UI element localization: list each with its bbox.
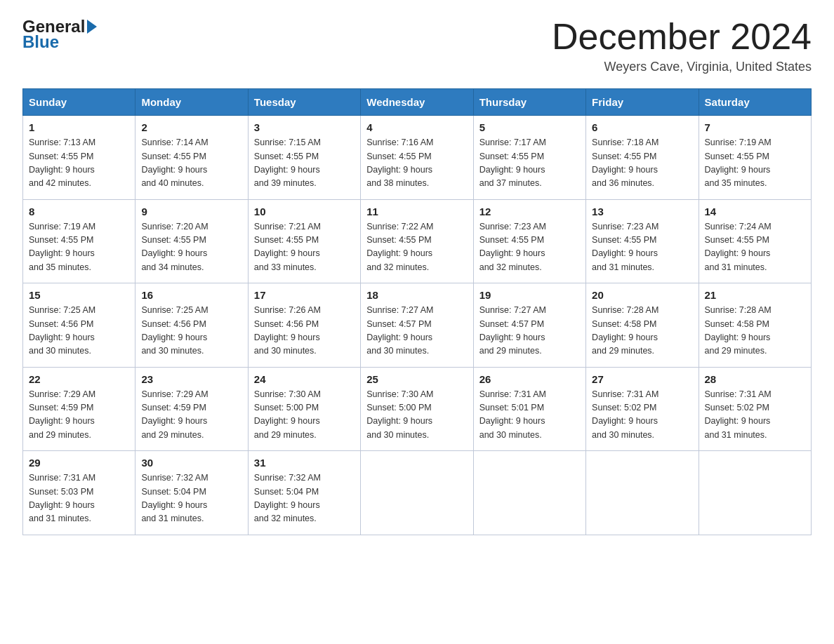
calendar-cell: 29Sunrise: 7:31 AMSunset: 5:03 PMDayligh…	[23, 451, 135, 535]
day-number: 1	[29, 121, 129, 133]
day-info: Sunrise: 7:15 AMSunset: 4:55 PMDaylight:…	[254, 136, 355, 191]
day-number: 23	[141, 373, 241, 385]
day-number: 17	[254, 289, 355, 301]
calendar-cell: 21Sunrise: 7:28 AMSunset: 4:58 PMDayligh…	[699, 283, 811, 368]
day-number: 31	[254, 457, 355, 469]
day-info: Sunrise: 7:31 AMSunset: 5:02 PMDaylight:…	[592, 388, 692, 443]
weekday-header-tuesday: Tuesday	[248, 89, 360, 116]
day-number: 16	[141, 289, 241, 301]
day-number: 29	[29, 457, 129, 469]
calendar-table: SundayMondayTuesdayWednesdayThursdayFrid…	[22, 88, 812, 535]
calendar-cell: 6Sunrise: 7:18 AMSunset: 4:55 PMDaylight…	[586, 116, 699, 200]
day-info: Sunrise: 7:13 AMSunset: 4:55 PMDaylight:…	[29, 136, 129, 191]
day-number: 5	[479, 121, 580, 133]
day-info: Sunrise: 7:30 AMSunset: 5:00 PMDaylight:…	[254, 388, 355, 443]
day-number: 27	[592, 373, 692, 385]
day-number: 14	[705, 206, 805, 217]
day-info: Sunrise: 7:32 AMSunset: 5:04 PMDaylight:…	[141, 471, 241, 526]
weekday-header-saturday: Saturday	[699, 89, 811, 116]
day-info: Sunrise: 7:18 AMSunset: 4:55 PMDaylight:…	[592, 136, 692, 191]
calendar-cell: 25Sunrise: 7:30 AMSunset: 5:00 PMDayligh…	[361, 367, 473, 451]
day-number: 18	[366, 289, 467, 301]
calendar-cell: 1Sunrise: 7:13 AMSunset: 4:55 PMDaylight…	[23, 116, 135, 200]
calendar-cell: 3Sunrise: 7:15 AMSunset: 4:55 PMDaylight…	[248, 116, 360, 200]
logo-triangle-icon	[87, 20, 97, 34]
day-info: Sunrise: 7:27 AMSunset: 4:57 PMDaylight:…	[479, 304, 580, 358]
day-number: 11	[366, 206, 467, 217]
day-number: 25	[366, 373, 467, 385]
day-info: Sunrise: 7:29 AMSunset: 4:59 PMDaylight:…	[29, 388, 129, 443]
day-number: 28	[705, 373, 805, 385]
day-number: 13	[592, 206, 692, 217]
day-info: Sunrise: 7:31 AMSunset: 5:01 PMDaylight:…	[479, 388, 580, 443]
week-row-1: 1Sunrise: 7:13 AMSunset: 4:55 PMDaylight…	[23, 116, 812, 200]
calendar-cell: 18Sunrise: 7:27 AMSunset: 4:57 PMDayligh…	[361, 283, 473, 368]
calendar-cell	[473, 451, 585, 535]
calendar-cell: 30Sunrise: 7:32 AMSunset: 5:04 PMDayligh…	[135, 451, 248, 535]
calendar-cell: 8Sunrise: 7:19 AMSunset: 4:55 PMDaylight…	[23, 199, 135, 283]
logo-blue-text: Blue	[22, 32, 97, 52]
week-row-2: 8Sunrise: 7:19 AMSunset: 4:55 PMDaylight…	[23, 199, 812, 283]
day-info: Sunrise: 7:25 AMSunset: 4:56 PMDaylight:…	[141, 304, 241, 358]
calendar-cell: 24Sunrise: 7:30 AMSunset: 5:00 PMDayligh…	[248, 367, 360, 451]
title-area: December 2024 Weyers Cave, Virginia, Uni…	[552, 17, 812, 74]
calendar-cell: 23Sunrise: 7:29 AMSunset: 4:59 PMDayligh…	[135, 367, 248, 451]
day-number: 21	[705, 289, 805, 301]
calendar-cell: 31Sunrise: 7:32 AMSunset: 5:04 PMDayligh…	[248, 451, 360, 535]
calendar-title: December 2024	[552, 17, 812, 57]
day-info: Sunrise: 7:25 AMSunset: 4:56 PMDaylight:…	[29, 304, 129, 358]
day-number: 9	[141, 206, 241, 217]
calendar-cell: 5Sunrise: 7:17 AMSunset: 4:55 PMDaylight…	[473, 116, 585, 200]
calendar-cell: 12Sunrise: 7:23 AMSunset: 4:55 PMDayligh…	[473, 199, 585, 283]
day-info: Sunrise: 7:31 AMSunset: 5:03 PMDaylight:…	[29, 471, 129, 526]
day-info: Sunrise: 7:30 AMSunset: 5:00 PMDaylight:…	[366, 388, 467, 443]
calendar-cell: 17Sunrise: 7:26 AMSunset: 4:56 PMDayligh…	[248, 283, 360, 368]
week-row-5: 29Sunrise: 7:31 AMSunset: 5:03 PMDayligh…	[23, 451, 812, 535]
day-number: 24	[254, 373, 355, 385]
weekday-header-row: SundayMondayTuesdayWednesdayThursdayFrid…	[23, 89, 812, 116]
day-number: 22	[29, 373, 129, 385]
day-info: Sunrise: 7:19 AMSunset: 4:55 PMDaylight:…	[705, 136, 805, 191]
page-header: General Blue December 2024 Weyers Cave, …	[22, 17, 812, 74]
day-info: Sunrise: 7:17 AMSunset: 4:55 PMDaylight:…	[479, 136, 580, 191]
day-info: Sunrise: 7:21 AMSunset: 4:55 PMDaylight:…	[254, 220, 355, 275]
calendar-cell: 20Sunrise: 7:28 AMSunset: 4:58 PMDayligh…	[586, 283, 699, 368]
weekday-header-sunday: Sunday	[23, 89, 135, 116]
week-row-4: 22Sunrise: 7:29 AMSunset: 4:59 PMDayligh…	[23, 367, 812, 451]
calendar-cell: 27Sunrise: 7:31 AMSunset: 5:02 PMDayligh…	[586, 367, 699, 451]
calendar-cell	[586, 451, 699, 535]
day-number: 26	[479, 373, 580, 385]
weekday-header-friday: Friday	[586, 89, 699, 116]
calendar-cell: 4Sunrise: 7:16 AMSunset: 4:55 PMDaylight…	[361, 116, 473, 200]
calendar-cell: 15Sunrise: 7:25 AMSunset: 4:56 PMDayligh…	[23, 283, 135, 368]
logo: General Blue	[22, 17, 97, 52]
calendar-cell: 22Sunrise: 7:29 AMSunset: 4:59 PMDayligh…	[23, 367, 135, 451]
calendar-cell	[361, 451, 473, 535]
day-info: Sunrise: 7:22 AMSunset: 4:55 PMDaylight:…	[366, 220, 467, 275]
day-number: 8	[29, 206, 129, 217]
calendar-cell: 26Sunrise: 7:31 AMSunset: 5:01 PMDayligh…	[473, 367, 585, 451]
calendar-cell: 19Sunrise: 7:27 AMSunset: 4:57 PMDayligh…	[473, 283, 585, 368]
calendar-cell: 14Sunrise: 7:24 AMSunset: 4:55 PMDayligh…	[699, 199, 811, 283]
day-info: Sunrise: 7:20 AMSunset: 4:55 PMDaylight:…	[141, 220, 241, 275]
day-number: 20	[592, 289, 692, 301]
calendar-subtitle: Weyers Cave, Virginia, United States	[552, 60, 812, 74]
day-number: 6	[592, 121, 692, 133]
calendar-cell: 7Sunrise: 7:19 AMSunset: 4:55 PMDaylight…	[699, 116, 811, 200]
day-info: Sunrise: 7:23 AMSunset: 4:55 PMDaylight:…	[479, 220, 580, 275]
calendar-cell: 2Sunrise: 7:14 AMSunset: 4:55 PMDaylight…	[135, 116, 248, 200]
calendar-cell: 9Sunrise: 7:20 AMSunset: 4:55 PMDaylight…	[135, 199, 248, 283]
weekday-header-wednesday: Wednesday	[361, 89, 473, 116]
calendar-cell	[699, 451, 811, 535]
day-info: Sunrise: 7:23 AMSunset: 4:55 PMDaylight:…	[592, 220, 692, 275]
day-info: Sunrise: 7:28 AMSunset: 4:58 PMDaylight:…	[705, 304, 805, 358]
day-info: Sunrise: 7:28 AMSunset: 4:58 PMDaylight:…	[592, 304, 692, 358]
weekday-header-thursday: Thursday	[473, 89, 585, 116]
calendar-cell: 16Sunrise: 7:25 AMSunset: 4:56 PMDayligh…	[135, 283, 248, 368]
day-number: 10	[254, 206, 355, 217]
weekday-header-monday: Monday	[135, 89, 248, 116]
calendar-cell: 28Sunrise: 7:31 AMSunset: 5:02 PMDayligh…	[699, 367, 811, 451]
day-info: Sunrise: 7:16 AMSunset: 4:55 PMDaylight:…	[366, 136, 467, 191]
day-info: Sunrise: 7:19 AMSunset: 4:55 PMDaylight:…	[29, 220, 129, 275]
day-info: Sunrise: 7:29 AMSunset: 4:59 PMDaylight:…	[141, 388, 241, 443]
